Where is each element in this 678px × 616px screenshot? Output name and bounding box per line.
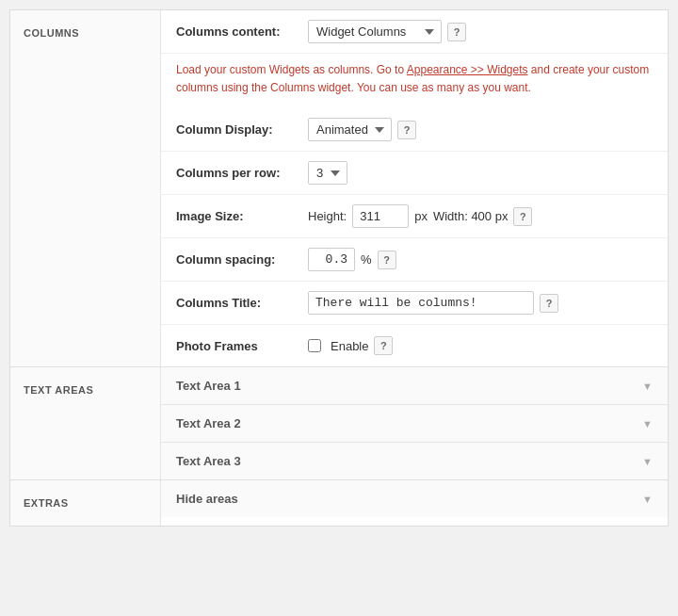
- columns-title-controls: ?: [308, 291, 558, 315]
- columns-content-label: Columns content:: [176, 24, 308, 39]
- hide-areas-row[interactable]: Hide areas ▼: [161, 480, 668, 517]
- extras-content: Hide areas ▼: [161, 480, 668, 526]
- hide-areas-chevron: ▼: [642, 494, 653, 505]
- height-input[interactable]: [352, 204, 409, 228]
- text-areas-section: TEXT AREAS Text Area 1 ▼ Text Area 2 ▼ T…: [10, 367, 668, 480]
- hide-areas-label: Hide areas: [176, 492, 642, 506]
- column-spacing-input[interactable]: [308, 248, 355, 271]
- columns-content-controls: Widget Columns Standard Columns ?: [308, 20, 466, 43]
- width-label: Width: 400 px: [433, 209, 508, 223]
- column-display-label: Column Display:: [176, 122, 308, 137]
- px-label-1: px: [414, 209, 428, 223]
- columns-title-row: Columns Title: ?: [161, 282, 668, 325]
- text-area-2-chevron: ▼: [642, 418, 653, 430]
- columns-per-row-label: Columns per row:: [176, 166, 308, 180]
- photo-frames-help[interactable]: ?: [374, 336, 393, 355]
- columns-content-row: Columns content: Widget Columns Standard…: [161, 10, 668, 54]
- extras-section: EXTRAS Hide areas ▼: [10, 480, 668, 526]
- column-spacing-label: Column spacing:: [176, 252, 308, 267]
- photo-frames-row: Photo Frames Enable ?: [161, 325, 668, 366]
- columns-title-input[interactable]: [308, 291, 534, 315]
- image-size-label: Image Size:: [176, 209, 308, 223]
- text-area-2-row[interactable]: Text Area 2 ▼: [161, 405, 668, 443]
- columns-content-select[interactable]: Widget Columns Standard Columns: [308, 20, 442, 43]
- columns-title-help[interactable]: ?: [540, 294, 558, 313]
- column-display-select[interactable]: Animated Static: [308, 118, 392, 141]
- image-size-help[interactable]: ?: [513, 207, 532, 226]
- column-display-help[interactable]: ?: [397, 121, 416, 139]
- image-size-row: Image Size: Height: px Width: 400 px ?: [161, 195, 668, 238]
- text-area-1-chevron: ▼: [642, 381, 653, 392]
- photo-frames-controls: Enable ?: [308, 336, 393, 355]
- columns-per-row-select[interactable]: 1 2 3 4 5: [308, 161, 347, 185]
- text-area-3-label: Text Area 3: [176, 454, 642, 468]
- text-areas-label: TEXT AREAS: [10, 367, 161, 479]
- photo-frames-checkbox[interactable]: [308, 339, 321, 352]
- column-spacing-help[interactable]: ?: [378, 251, 396, 269]
- text-area-1-label: Text Area 1: [176, 379, 642, 393]
- image-size-controls: Height: px Width: 400 px ?: [308, 204, 532, 228]
- text-area-3-row[interactable]: Text Area 3 ▼: [161, 443, 668, 479]
- photo-frames-label: Photo Frames: [176, 339, 308, 353]
- columns-info-text: Load your custom Widgets as columns. Go …: [161, 54, 668, 108]
- text-areas-content: Text Area 1 ▼ Text Area 2 ▼ Text Area 3 …: [161, 367, 668, 479]
- columns-content-help[interactable]: ?: [447, 23, 466, 41]
- column-spacing-row: Column spacing: % ?: [161, 238, 668, 282]
- text-area-2-label: Text Area 2: [176, 416, 642, 430]
- text-area-1-row[interactable]: Text Area 1 ▼: [161, 367, 668, 405]
- column-display-row: Column Display: Animated Static ?: [161, 108, 668, 152]
- columns-section-label: COLUMNS: [10, 10, 161, 366]
- column-spacing-controls: % ?: [308, 248, 396, 271]
- height-label: Height:: [308, 209, 347, 223]
- enable-label: Enable: [331, 339, 368, 353]
- columns-section: COLUMNS Columns content: Widget Columns …: [10, 10, 668, 367]
- columns-per-row-row: Columns per row: 1 2 3 4 5: [161, 152, 668, 195]
- columns-per-row-controls: 1 2 3 4 5: [308, 161, 347, 185]
- appearance-widgets-link[interactable]: Appearance >> Widgets: [407, 63, 528, 76]
- column-display-controls: Animated Static ?: [308, 118, 416, 141]
- extras-label: EXTRAS: [10, 480, 161, 526]
- columns-section-content: Columns content: Widget Columns Standard…: [161, 10, 668, 366]
- columns-title-label: Columns Title:: [176, 296, 308, 310]
- percent-label: %: [361, 252, 372, 267]
- text-area-3-chevron: ▼: [642, 456, 653, 467]
